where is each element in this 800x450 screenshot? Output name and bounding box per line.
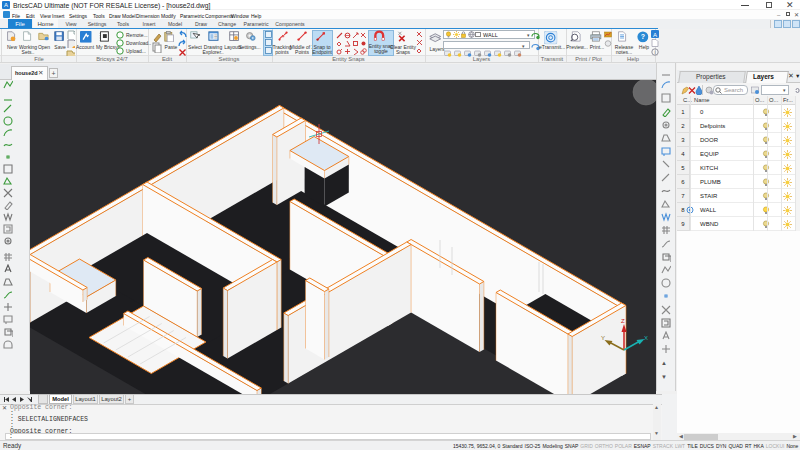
svg-text:X: X xyxy=(644,335,648,341)
svg-text:?: ? xyxy=(641,33,645,40)
svg-text:A: A xyxy=(653,32,657,38)
svg-text:Y: Y xyxy=(601,335,605,341)
svg-text:i: i xyxy=(654,49,655,55)
svg-text:Z: Z xyxy=(621,318,625,324)
